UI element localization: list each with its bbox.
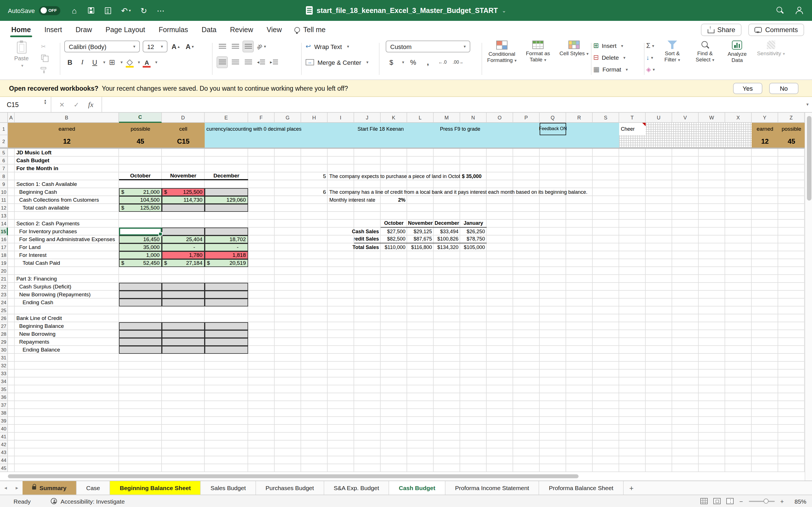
col-header-U[interactable]: U: [646, 113, 672, 123]
italic-button[interactable]: I: [77, 56, 88, 68]
name-box[interactable]: C15 ▲▼: [0, 97, 51, 112]
row-header-21[interactable]: 21: [0, 275, 8, 283]
cell-K14[interactable]: October: [380, 220, 407, 228]
cell-E23[interactable]: [205, 291, 248, 298]
cell-B23[interactable]: New Borrowing (Repayments): [15, 291, 119, 298]
col-header-M[interactable]: M: [434, 113, 460, 123]
sheet-tab-summary[interactable]: Summary: [22, 481, 77, 495]
align-right-button[interactable]: [243, 56, 254, 68]
find-select-button[interactable]: Find & Select▾: [690, 40, 720, 74]
row-header-37[interactable]: 37: [0, 401, 8, 409]
ribbon-tab-view[interactable]: View: [260, 21, 289, 38]
cell-B27[interactable]: Beginning Balance: [15, 322, 119, 330]
cell-B6[interactable]: Cash Budget: [15, 157, 119, 165]
cell-M17[interactable]: $134,320: [434, 243, 460, 251]
col-header-X[interactable]: X: [725, 113, 752, 123]
cell-D19[interactable]: $27,184: [162, 259, 205, 267]
sheet-tab-beginning-balance-sheet[interactable]: Beginning Balance Sheet: [110, 481, 201, 495]
row-header-24[interactable]: 24: [0, 298, 8, 306]
yes-button[interactable]: Yes: [733, 82, 762, 94]
cancel-icon[interactable]: ✕: [59, 101, 64, 108]
sheet-tab-proforma-balance-sheet[interactable]: Proforma Balance Sheet: [539, 481, 624, 495]
cell-D11[interactable]: 114,730: [162, 196, 205, 204]
orientation-button[interactable]: ab▾: [255, 41, 267, 52]
cell-Z2[interactable]: 45: [778, 135, 805, 148]
cell-C12[interactable]: $125,500: [119, 204, 162, 212]
cell-D2[interactable]: C15: [162, 135, 205, 148]
row-header-41[interactable]: 41: [0, 433, 8, 441]
borders-button[interactable]: ⊞: [107, 56, 118, 68]
cell-D18[interactable]: 1,780: [162, 251, 205, 259]
cell-J1[interactable]: Start File 18 Keenan: [354, 123, 407, 135]
cell-K17[interactable]: $110,000: [380, 243, 407, 251]
cell-B30[interactable]: Ending Balance: [15, 346, 119, 354]
col-header-D[interactable]: D: [162, 113, 205, 123]
cell-D8[interactable]: November: [162, 172, 205, 180]
cell-L14[interactable]: November: [407, 220, 434, 228]
align-middle-button[interactable]: [230, 41, 241, 52]
paste-button[interactable]: Paste ▾: [10, 42, 33, 68]
col-header-Q[interactable]: Q: [540, 113, 566, 123]
font-name-select[interactable]: Calibri (Body)▾: [64, 41, 140, 52]
bold-button[interactable]: B: [64, 56, 75, 68]
row-header-31[interactable]: 31: [0, 354, 8, 362]
row-header-18[interactable]: 18: [0, 251, 8, 259]
row-header-11[interactable]: 11: [0, 196, 8, 204]
row-header-17[interactable]: 17: [0, 243, 8, 251]
cell-I8[interactable]: The company expects to purchase a piece …: [327, 172, 460, 180]
sort-filter-button[interactable]: Sort & Filter▾: [657, 40, 688, 74]
share-button[interactable]: Share: [701, 23, 742, 36]
sheet-tab-proforma-income-statement[interactable]: Proforma Income Statement: [446, 481, 539, 495]
col-header-P[interactable]: P: [513, 113, 540, 123]
underline-button[interactable]: U: [89, 56, 100, 68]
cell-E1[interactable]: currency/accounting with 0 decimal place…: [205, 123, 327, 135]
cell-I10[interactable]: The company has a line of credit from a …: [327, 188, 646, 196]
cell-B15[interactable]: For Inventory purchases: [15, 228, 119, 235]
col-header-A[interactable]: A: [8, 113, 15, 123]
cell-H8[interactable]: 5: [301, 172, 327, 180]
cell-N17[interactable]: $105,000: [460, 243, 487, 251]
cell-C22[interactable]: [119, 283, 162, 291]
cell-E29[interactable]: [205, 338, 248, 346]
align-center-button[interactable]: [230, 56, 241, 68]
cell-C15[interactable]: [119, 228, 162, 235]
cell-M15[interactable]: $33,494: [434, 228, 460, 235]
horizontal-scrollbar[interactable]: [8, 474, 578, 478]
align-bottom-button[interactable]: [243, 41, 254, 52]
insert-cells-button[interactable]: ⊞Insert▾: [593, 41, 644, 51]
cell-B17[interactable]: For Land: [15, 243, 119, 251]
cell-B24[interactable]: Ending Cash: [15, 298, 119, 306]
home-icon[interactable]: ⌂: [70, 6, 78, 15]
row-header-15[interactable]: 15: [0, 228, 8, 235]
cell-B18[interactable]: For Interest: [15, 251, 119, 259]
sheet-tab-sales-budget[interactable]: Sales Budget: [201, 481, 256, 495]
cell-C10[interactable]: $21,000: [119, 188, 162, 196]
cell-M1[interactable]: Press F9 to grade: [434, 123, 487, 135]
cell-C30[interactable]: [119, 346, 162, 354]
normal-view-button[interactable]: [700, 498, 708, 504]
row-header-35[interactable]: 35: [0, 385, 8, 393]
cell-I11[interactable]: Monthly interest rate: [327, 196, 380, 204]
currency-format-button[interactable]: $: [386, 56, 397, 68]
row-header-34[interactable]: 34: [0, 378, 8, 385]
cell-Q1[interactable]: Feedback ON: [540, 123, 566, 135]
cell-B19[interactable]: Total Cash Paid: [15, 259, 119, 267]
row-header-43[interactable]: 43: [0, 448, 8, 456]
col-header-V[interactable]: V: [672, 113, 699, 123]
cell-K15[interactable]: $27,500: [380, 228, 407, 235]
col-header-L[interactable]: L: [407, 113, 434, 123]
ribbon-tab-review[interactable]: Review: [223, 21, 260, 38]
formula-input[interactable]: [102, 97, 806, 112]
cell-D27[interactable]: [162, 322, 205, 330]
cut-icon[interactable]: ✂: [41, 43, 46, 50]
cell-E18[interactable]: 1,818: [205, 251, 248, 259]
increase-decimal-button[interactable]: ←.0: [437, 56, 448, 68]
row-header-45[interactable]: 45: [0, 464, 8, 472]
col-header-B[interactable]: B: [15, 113, 119, 123]
cell-D12[interactable]: [162, 204, 205, 212]
decrease-indent-button[interactable]: ◂: [255, 56, 267, 68]
wrap-text-button[interactable]: ↩ Wrap Text ▾: [306, 41, 379, 52]
cell-B10[interactable]: Beginning Cash: [15, 188, 119, 196]
row-header-36[interactable]: 36: [0, 393, 8, 401]
cell-C16[interactable]: 16,450: [119, 235, 162, 243]
